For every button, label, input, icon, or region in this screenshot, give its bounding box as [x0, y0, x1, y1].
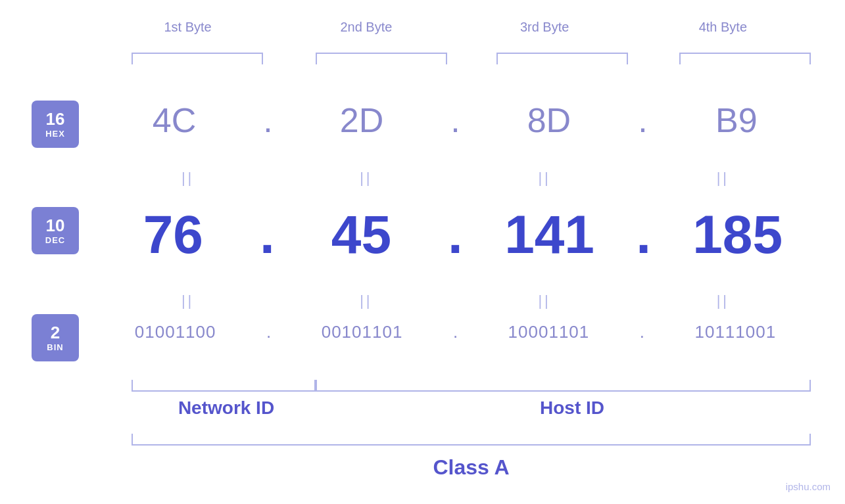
hex-badge-num: 16: [46, 110, 65, 129]
dec-badge-num: 10: [46, 216, 65, 235]
hex-val-2: 2D: [296, 101, 427, 140]
dot-dec-1: .: [260, 204, 275, 265]
eq-dec-bin-2: ||: [301, 292, 432, 309]
dot-dec-2: .: [448, 204, 463, 265]
byte-header-3: 3rd Byte: [479, 20, 610, 35]
dot-bin-2: .: [453, 322, 458, 342]
eq-hex-dec-row: || || || ||: [99, 170, 812, 187]
dot-dec-3: .: [636, 204, 651, 265]
watermark: ipshu.com: [786, 481, 831, 492]
dot-hex-1: .: [263, 101, 272, 140]
network-id-label: Network ID: [147, 398, 305, 419]
bin-badge-num: 2: [51, 323, 60, 342]
byte-headers: 1st Byte 2nd Byte 3rd Byte 4th Byte: [99, 20, 812, 35]
bracket-top-3: [496, 53, 628, 64]
dec-badge-label: DEC: [45, 235, 65, 245]
dec-val-3: 141: [484, 204, 616, 265]
bin-val-1: 01001100: [110, 322, 241, 342]
eq-hex-dec-4: ||: [657, 170, 788, 187]
hex-val-3: 8D: [483, 101, 615, 140]
bracket-top-2: [316, 53, 447, 64]
bracket-network-id: [132, 380, 316, 392]
class-a-label: Class A: [132, 455, 811, 480]
bin-val-4: 10111001: [669, 322, 801, 342]
bin-badge-label: BIN: [47, 342, 63, 352]
byte-header-1: 1st Byte: [122, 20, 254, 35]
eq-hex-dec-1: ||: [122, 170, 254, 187]
hex-val-4: B9: [671, 101, 802, 140]
dot-bin-1: .: [266, 322, 271, 342]
dec-badge: 10 DEC: [32, 207, 79, 254]
bin-row: 01001100 . 00101101 . 10001101 . 1011100…: [99, 322, 812, 342]
eq-hex-dec-3: ||: [479, 170, 610, 187]
eq-hex-dec-2: ||: [301, 170, 432, 187]
dec-val-2: 45: [295, 204, 427, 265]
bin-badge: 2 BIN: [32, 314, 79, 361]
host-id-label: Host ID: [408, 398, 736, 419]
bin-val-3: 10001101: [483, 322, 614, 342]
dec-val-4: 185: [672, 204, 804, 265]
dec-row: 76 . 45 . 141 . 185: [99, 204, 812, 265]
byte-header-2: 2nd Byte: [301, 20, 432, 35]
hex-badge-label: HEX: [45, 129, 65, 139]
eq-dec-bin-1: ||: [122, 292, 254, 309]
main-container: 16 HEX 10 DEC 2 BIN 1st Byte 2nd Byte 3r…: [0, 0, 845, 504]
hex-row: 4C . 2D . 8D . B9: [99, 101, 812, 140]
hex-badge: 16 HEX: [32, 101, 79, 148]
dec-val-1: 76: [107, 204, 239, 265]
bracket-host-id: [316, 380, 811, 392]
byte-header-4: 4th Byte: [657, 20, 788, 35]
eq-dec-bin-row: || || || ||: [99, 292, 812, 309]
hex-val-1: 4C: [109, 101, 240, 140]
dot-hex-3: .: [638, 101, 647, 140]
eq-dec-bin-4: ||: [657, 292, 788, 309]
bin-val-2: 00101101: [297, 322, 428, 342]
dot-hex-2: .: [450, 101, 460, 140]
bracket-class-a: [132, 434, 811, 446]
eq-dec-bin-3: ||: [479, 292, 610, 309]
bracket-top-1: [132, 53, 263, 64]
bracket-top-4: [679, 53, 811, 64]
dot-bin-3: .: [640, 322, 644, 342]
